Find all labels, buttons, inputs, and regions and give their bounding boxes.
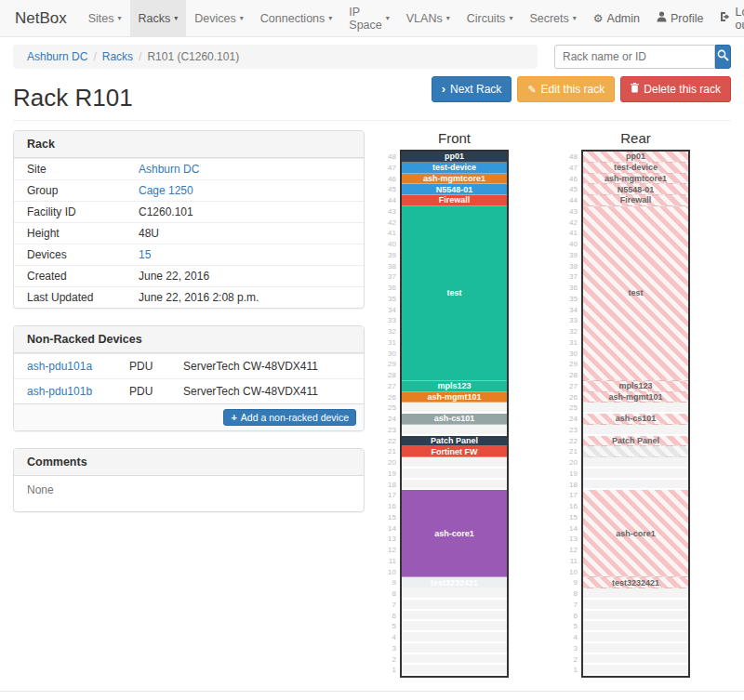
rack-unit-empty bbox=[583, 403, 688, 414]
rack-device-ash-core1[interactable]: ash-core1 bbox=[402, 490, 507, 577]
unit-number: 13 bbox=[565, 534, 581, 545]
rack-device-fortinet-fw[interactable] bbox=[583, 446, 688, 457]
nav-item-sites[interactable]: Sites▾ bbox=[80, 0, 130, 36]
comments-body: None bbox=[14, 476, 364, 511]
nav-item-secrets[interactable]: Secrets▾ bbox=[521, 0, 584, 36]
rack-device-ash-mgmt101[interactable]: ash-mgmt101 bbox=[583, 392, 688, 403]
unit-number: 25 bbox=[565, 403, 581, 414]
rack-device-fortinet-fw[interactable]: Fortinet FW bbox=[402, 446, 507, 457]
unit-number: 36 bbox=[383, 283, 400, 294]
rack-search-button[interactable] bbox=[715, 45, 731, 69]
breadcrumb-racks-link[interactable]: Racks bbox=[102, 50, 133, 63]
device-type: ServerTech CW-48VDX411 bbox=[183, 360, 318, 373]
non-racked-devices-panel: Non-Racked Devices ash-pdu101a PDU Serve… bbox=[13, 325, 365, 431]
rack-device-ash-mgmtcore1[interactable]: ash-mgmtcore1 bbox=[583, 174, 688, 185]
unit-number: 17 bbox=[565, 490, 581, 501]
next-rack-button[interactable]: › Next Rack bbox=[432, 76, 512, 102]
unit-number: 21 bbox=[565, 446, 581, 457]
device-link[interactable]: ash-pdu101a bbox=[27, 360, 129, 373]
comments-panel: Comments None bbox=[13, 448, 365, 512]
chevron-down-icon: ▾ bbox=[509, 14, 512, 22]
unit-number: 48 bbox=[565, 152, 581, 163]
breadcrumb-site-link[interactable]: Ashburn DC bbox=[27, 50, 87, 63]
rack-device-test-device[interactable]: test-device bbox=[583, 163, 688, 174]
nav-item-label: Circuits bbox=[467, 12, 506, 25]
last-updated-value: June 22, 2016 2:08 p.m. bbox=[139, 291, 259, 304]
rack-device-test3232421[interactable]: test3232421 bbox=[402, 577, 507, 588]
profile-link[interactable]: Profile bbox=[648, 0, 711, 36]
chevron-down-icon: ▾ bbox=[573, 14, 577, 22]
rack-device-test[interactable]: test bbox=[583, 206, 688, 381]
rack-device-test[interactable]: test bbox=[402, 206, 507, 381]
unit-number: 37 bbox=[565, 271, 581, 283]
rack-device-patch-panel[interactable]: Patch Panel bbox=[402, 436, 507, 447]
unit-number: 30 bbox=[383, 349, 400, 360]
rack-device-ash-cs101[interactable]: ash-cs101 bbox=[583, 414, 688, 425]
rack-device-mpls123[interactable]: mpls123 bbox=[402, 381, 507, 392]
admin-link[interactable]: ⚙ Admin bbox=[585, 0, 648, 36]
rack-unit-empty bbox=[402, 643, 507, 654]
rack-unit-empty bbox=[402, 600, 507, 611]
unit-number: 42 bbox=[383, 218, 400, 229]
unit-number: 9 bbox=[383, 577, 400, 588]
nav-item-racks[interactable]: Racks▾ bbox=[130, 0, 187, 36]
nav-utilities: ⚙ Admin Profile Log out bbox=[585, 0, 744, 36]
unit-number: 43 bbox=[383, 206, 400, 218]
rack-unit-empty bbox=[583, 480, 688, 491]
rack-device-test3232421[interactable]: test3232421 bbox=[583, 577, 688, 588]
nav-item-ip-space[interactable]: IP Space▾ bbox=[340, 0, 397, 36]
device-link[interactable]: ash-pdu101b bbox=[27, 385, 129, 398]
logout-link[interactable]: Log out bbox=[711, 0, 744, 36]
plus-icon: + bbox=[231, 412, 236, 423]
devices-count-link[interactable]: 15 bbox=[139, 248, 151, 261]
rack-device-test-device[interactable]: test-device bbox=[402, 163, 507, 174]
nav-item-connections[interactable]: Connections▾ bbox=[252, 0, 341, 36]
non-racked-row: ash-pdu101b PDU ServerTech CW-48VDX411 bbox=[14, 378, 364, 403]
logout-icon bbox=[720, 11, 731, 25]
rack-unit-empty bbox=[583, 643, 688, 654]
unit-number: 37 bbox=[383, 271, 400, 283]
nav-item-vlans[interactable]: VLANs▾ bbox=[398, 0, 458, 36]
rack-device-firewall[interactable]: Firewall bbox=[402, 195, 507, 206]
delete-rack-button[interactable]: Delete this rack bbox=[620, 76, 731, 102]
unit-number: 36 bbox=[565, 283, 581, 294]
device-role: PDU bbox=[129, 360, 183, 373]
device-role: PDU bbox=[129, 385, 183, 398]
attr-row-height: Height 48U bbox=[14, 222, 364, 244]
rack-device-ash-core1[interactable]: ash-core1 bbox=[583, 490, 688, 577]
site-link[interactable]: Ashburn DC bbox=[139, 163, 199, 176]
unit-number: 20 bbox=[383, 457, 400, 469]
rack-device-n5548-01[interactable]: N5548-01 bbox=[583, 184, 688, 195]
rack-unit-empty bbox=[583, 425, 688, 436]
rack-device-mpls123[interactable]: mpls123 bbox=[583, 381, 688, 392]
rack-device-ash-cs101[interactable]: ash-cs101 bbox=[402, 414, 507, 425]
chevron-down-icon: ▾ bbox=[240, 14, 244, 22]
unit-number: 12 bbox=[565, 545, 581, 556]
rear-elevation-title: Rear bbox=[581, 130, 690, 146]
unit-number: 47 bbox=[565, 163, 581, 174]
main-nav: Sites▾ Racks▾ Devices▾ Connections▾ IP S… bbox=[80, 0, 585, 36]
netbox-brand[interactable]: NetBox bbox=[9, 0, 80, 36]
chevron-down-icon: ▾ bbox=[386, 14, 390, 22]
unit-number: 48 bbox=[383, 152, 400, 163]
rack-device-pp01[interactable]: pp01 bbox=[402, 152, 507, 163]
rack-device-firewall[interactable]: Firewall bbox=[583, 195, 688, 206]
rack-unit-empty bbox=[583, 654, 688, 666]
add-non-racked-device-button[interactable]: + Add a non-racked device bbox=[223, 409, 356, 426]
rack-device-ash-mgmt101[interactable]: ash-mgmt101 bbox=[402, 392, 507, 403]
attr-label: Facility ID bbox=[27, 205, 139, 218]
nav-item-label: VLANs bbox=[406, 12, 443, 25]
edit-rack-button[interactable]: ✎ Edit this rack bbox=[517, 76, 615, 102]
rack-search-input[interactable] bbox=[554, 45, 715, 69]
group-link[interactable]: Cage 1250 bbox=[139, 184, 193, 197]
rack-device-patch-panel[interactable]: Patch Panel bbox=[583, 436, 688, 447]
next-rack-label: Next Rack bbox=[450, 83, 501, 96]
nav-item-devices[interactable]: Devices▾ bbox=[186, 0, 251, 36]
attr-label: Site bbox=[27, 163, 139, 176]
rear-unit-numbers: 4847464544434241403938373635343332313029… bbox=[565, 150, 581, 678]
unit-number: 44 bbox=[383, 195, 400, 206]
rack-device-ash-mgmtcore1[interactable]: ash-mgmtcore1 bbox=[402, 174, 507, 185]
rack-device-pp01[interactable]: pp01 bbox=[583, 152, 688, 163]
nav-item-circuits[interactable]: Circuits▾ bbox=[458, 0, 522, 36]
rack-device-n5548-01[interactable]: N5548-01 bbox=[402, 184, 507, 195]
